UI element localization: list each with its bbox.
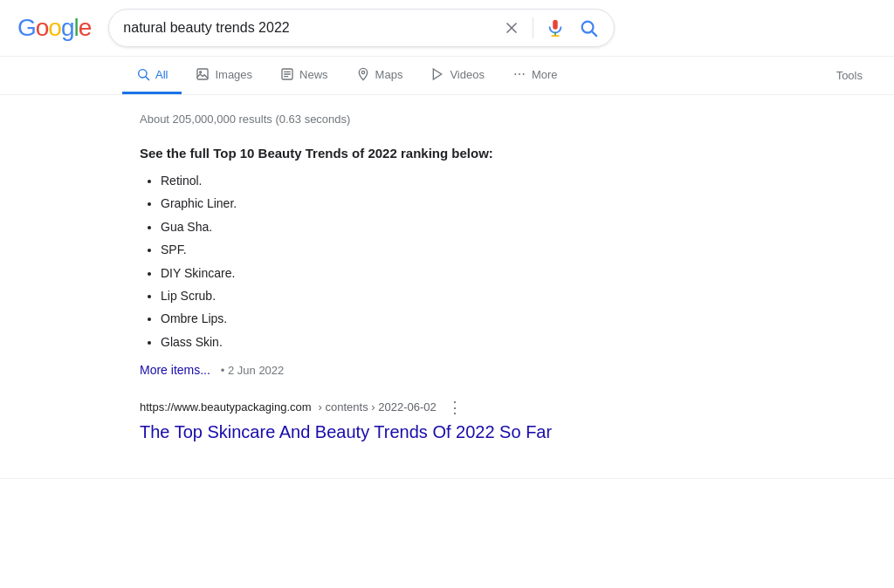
svg-point-16 — [519, 73, 520, 75]
more-items-link[interactable]: More items... — [140, 363, 210, 377]
result-kebab-button[interactable]: ⋮ — [444, 398, 466, 417]
more-dots-icon — [512, 67, 526, 81]
tab-images[interactable]: Images — [182, 57, 266, 94]
list-item: DIY Skincare. — [161, 263, 611, 283]
page-bottom-border — [0, 478, 894, 479]
svg-point-13 — [361, 71, 364, 73]
list-item: Gua Sha. — [161, 217, 611, 236]
all-icon — [136, 67, 150, 81]
tab-news-label: News — [299, 68, 328, 81]
result-breadcrumb: › contents › 2022-06-02 — [319, 400, 437, 414]
svg-point-15 — [514, 73, 516, 75]
snippet-heading: See the full Top 10 Beauty Trends of 202… — [140, 143, 611, 164]
news-icon — [280, 67, 294, 81]
tab-maps-label: Maps — [375, 68, 403, 81]
voice-search-button[interactable] — [544, 17, 567, 39]
svg-marker-14 — [434, 69, 442, 79]
result-snippet: See the full Top 10 Beauty Trends of 202… — [140, 143, 611, 380]
list-item: Graphic Liner. — [161, 194, 611, 213]
tab-more-label: More — [532, 68, 558, 81]
search-divider — [533, 17, 533, 38]
tab-videos-label: Videos — [450, 68, 485, 81]
search-input[interactable] — [123, 20, 491, 36]
snippet-date: • 2 Jun 2022 — [221, 364, 285, 377]
search-icon — [579, 18, 598, 38]
mic-icon — [546, 18, 565, 38]
list-item: Lip Scrub. — [161, 286, 611, 305]
logo-letter-o1: o — [36, 14, 49, 41]
svg-line-6 — [146, 77, 149, 80]
list-item: Retinol. — [161, 171, 611, 190]
logo-letter-g: G — [17, 14, 36, 41]
clear-button[interactable] — [501, 17, 522, 38]
svg-rect-7 — [197, 69, 208, 79]
nav-tabs: All Images News — [0, 57, 894, 95]
tab-images-label: Images — [215, 68, 252, 81]
logo-letter-o2: o — [48, 14, 61, 41]
google-logo[interactable]: Google — [17, 14, 91, 42]
maps-icon — [356, 67, 370, 81]
list-item: Ombre Lips. — [161, 309, 611, 328]
search-bar[interactable] — [108, 9, 615, 47]
result-title-link[interactable]: The Top Skincare And Beauty Trends Of 20… — [140, 422, 552, 441]
result-url-row: https://www.beautypackaging.com › conten… — [140, 398, 611, 417]
tab-maps[interactable]: Maps — [342, 57, 417, 94]
list-item: SPF. — [161, 240, 611, 259]
logo-letter-e: e — [79, 14, 92, 41]
header: Google — [0, 0, 894, 57]
tab-all-label: All — [155, 68, 168, 81]
result-1: https://www.beautypackaging.com › conten… — [140, 398, 611, 443]
tab-videos[interactable]: Videos — [416, 57, 499, 94]
tab-news[interactable]: News — [266, 57, 342, 94]
svg-point-17 — [523, 73, 525, 75]
clear-icon — [503, 19, 520, 37]
images-icon — [196, 67, 210, 81]
tools-button[interactable]: Tools — [822, 58, 877, 92]
result-url: https://www.beautypackaging.com — [140, 400, 312, 414]
svg-point-8 — [200, 72, 202, 73]
tab-all[interactable]: All — [122, 57, 182, 94]
svg-line-4 — [592, 31, 596, 36]
tab-more[interactable]: More — [499, 57, 572, 94]
results-count: About 205,000,000 results (0.63 seconds) — [140, 113, 611, 126]
videos-icon — [430, 67, 444, 81]
snippet-list: Retinol. Graphic Liner. Gua Sha. SPF. DI… — [140, 171, 611, 352]
search-button[interactable] — [577, 17, 600, 39]
svg-rect-2 — [554, 20, 559, 30]
logo-letter-g2: g — [61, 14, 74, 41]
main-content: About 205,000,000 results (0.63 seconds)… — [0, 95, 629, 461]
list-item: Glass Skin. — [161, 332, 611, 352]
